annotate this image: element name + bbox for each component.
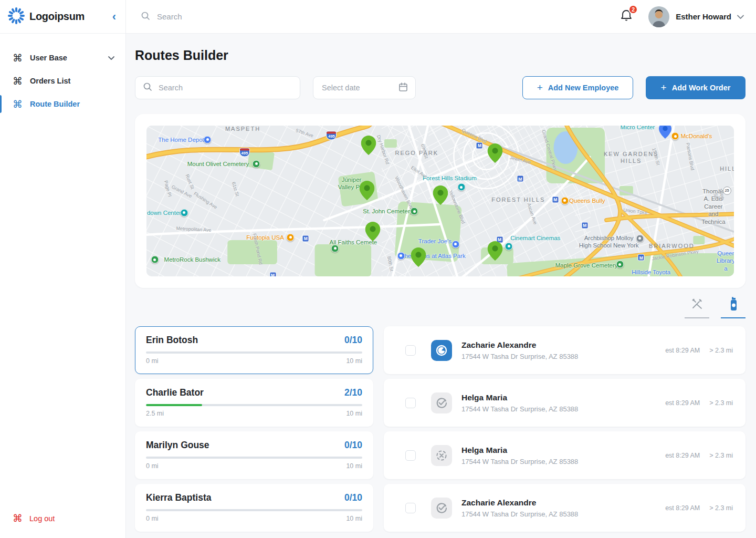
map[interactable]: MASPETHREGO PARKFOREST HILLSKEW GARDENS … <box>146 126 734 276</box>
sidebar-item-route-builder[interactable]: ⌘ Route Builder <box>0 92 125 116</box>
work-orders-column: Zacharie Alexandre 17544 W Tasha Dr Surp… <box>384 326 746 536</box>
map-pin-work-order[interactable] <box>433 185 448 207</box>
map-pin-blue[interactable] <box>659 126 671 141</box>
sidebar-item-user-base[interactable]: ⌘ User Base <box>0 46 125 69</box>
map-pin-work-order[interactable] <box>361 136 376 157</box>
sidebar-item-label: Route Builder <box>30 100 80 108</box>
poi-shopping-icon[interactable] <box>180 209 188 216</box>
poi-cinema-icon[interactable] <box>505 242 513 250</box>
poi-restaurant-icon[interactable] <box>561 196 569 204</box>
employee-card[interactable]: Marilyn Gouse0/10 0 mi10 mi <box>135 431 373 479</box>
poi-cemetery-icon[interactable] <box>253 160 260 168</box>
tools-icon <box>690 297 704 311</box>
map-pin-work-order[interactable] <box>359 181 374 202</box>
add-work-order-button[interactable]: + Add Work Order <box>646 76 746 99</box>
distance-current: 0 mi <box>146 462 159 470</box>
work-order-eta: est 8:29 AM <box>665 347 700 354</box>
employee-card[interactable]: Erin Botosh0/10 0 mi10 mi <box>135 326 373 374</box>
subway-station-icon[interactable]: M <box>581 222 588 229</box>
distance-max: 10 mi <box>346 410 362 417</box>
employee-stop-count: 2/10 <box>344 387 362 398</box>
work-order-row[interactable]: Zacharie Alexandre 17544 W Tasha Dr Surp… <box>384 326 746 374</box>
logo-row: Logoipsum ‹ <box>0 0 125 34</box>
work-order-name: Helga Maria <box>461 446 578 455</box>
list-search-input[interactable] <box>158 83 292 92</box>
poi-mall-icon[interactable] <box>397 252 405 260</box>
employees-column: Erin Botosh0/10 0 mi10 mi Charlie Bator2… <box>135 326 373 536</box>
add-new-employee-button[interactable]: + Add New Employee <box>522 76 633 99</box>
notifications-button[interactable]: 2 <box>620 9 633 25</box>
route-progress-track <box>146 351 362 354</box>
brand-logo-icon <box>7 7 25 27</box>
work-order-distance: > 2.3 mi <box>709 399 733 407</box>
sidebar-collapse-icon[interactable]: ‹ <box>112 11 116 23</box>
status-done-icon <box>431 498 452 519</box>
poi-attraction-icon[interactable] <box>287 233 295 241</box>
user-name: Esther Howard <box>676 12 731 21</box>
chevron-down-icon <box>108 54 115 62</box>
subway-station-icon[interactable]: M <box>269 272 276 276</box>
date-picker-input[interactable] <box>321 83 394 92</box>
tab-supplies[interactable] <box>721 294 746 318</box>
sidebar-item-label: Orders List <box>30 77 70 85</box>
work-order-row[interactable]: Helga Maria 17544 W Tasha Dr Surprise, A… <box>384 379 746 427</box>
poi-cemetery-icon[interactable] <box>331 244 339 252</box>
global-search <box>141 11 620 23</box>
status-done-icon <box>431 392 452 413</box>
subway-station-icon[interactable]: M <box>476 142 483 149</box>
distance-max: 10 mi <box>346 357 362 365</box>
subway-station-icon[interactable]: M <box>302 235 309 242</box>
command-icon: ⌘ <box>13 76 23 86</box>
calendar-icon[interactable] <box>398 82 408 94</box>
command-icon: ⌘ <box>13 513 23 523</box>
map-pin-work-order[interactable] <box>365 222 380 243</box>
work-order-eta: est 8:29 AM <box>665 504 700 512</box>
work-order-distance: > 2.3 mi <box>709 504 733 512</box>
poi-grocery-icon[interactable] <box>452 240 459 248</box>
route-shield-icon: 25 <box>723 187 731 195</box>
poi-home-improvement-icon[interactable] <box>204 136 212 143</box>
work-order-row[interactable]: Helga Maria 17544 W Tasha Dr Surprise, A… <box>384 431 746 479</box>
employee-name: Charlie Bator <box>146 387 204 398</box>
work-order-distance: > 2.3 mi <box>709 347 733 354</box>
map-pin-work-order[interactable] <box>411 247 426 269</box>
work-order-checkbox[interactable] <box>405 450 416 461</box>
user-menu-chevron-icon[interactable] <box>737 12 744 22</box>
employee-card[interactable]: Charlie Bator2/10 2.5 mi10 mi <box>135 379 373 427</box>
work-order-address: 17544 W Tasha Dr Surprise, AZ 85388 <box>461 405 578 413</box>
employee-card[interactable]: Kierra Baptista0/10 0 mi10 mi <box>135 484 373 532</box>
poi-stadium-icon[interactable] <box>457 183 465 191</box>
poi-cemetery-icon[interactable] <box>616 261 624 268</box>
subway-station-icon[interactable]: M <box>517 175 523 182</box>
tab-tools[interactable] <box>685 294 709 318</box>
work-order-checkbox[interactable] <box>405 503 416 513</box>
distance-current: 0 mi <box>146 357 159 365</box>
work-order-checkbox[interactable] <box>405 398 416 408</box>
add-new-employee-label: Add New Employee <box>548 84 619 92</box>
poi-cemetery-icon[interactable] <box>411 208 418 215</box>
subway-station-icon[interactable]: M <box>638 254 645 261</box>
distance-max: 10 mi <box>346 462 362 470</box>
map-card: MASPETHREGO PARKFOREST HILLSKEW GARDENS … <box>135 114 746 288</box>
sidebar-item-orders-list[interactable]: ⌘ Orders List <box>0 69 125 92</box>
lists: Erin Botosh0/10 0 mi10 mi Charlie Bator2… <box>135 326 746 536</box>
work-order-row[interactable]: Zacharie Alexandre 17544 W Tasha Dr Surp… <box>384 484 746 532</box>
command-icon: ⌘ <box>13 53 23 63</box>
subway-station-icon[interactable]: M <box>552 196 559 203</box>
poi-fast-food-icon[interactable] <box>671 132 679 140</box>
distance-max: 10 mi <box>346 515 362 522</box>
date-picker-field <box>313 76 416 99</box>
map-pin-work-order[interactable] <box>487 241 502 263</box>
map-pin-work-order[interactable] <box>487 143 502 165</box>
sidebar-nav: ⌘ User Base ⌘ Orders List ⌘ Route Builde… <box>0 34 125 116</box>
poi-school-icon[interactable] <box>636 234 644 242</box>
logout-button[interactable]: ⌘ Log out <box>13 513 55 523</box>
command-icon: ⌘ <box>13 99 23 109</box>
global-search-input[interactable] <box>156 12 313 22</box>
interstate-shield-icon: 495 <box>326 131 337 140</box>
status-in-progress-icon <box>431 340 452 361</box>
work-order-eta: est 8:29 AM <box>665 399 700 407</box>
poi-climbing-gym-icon[interactable] <box>151 256 159 264</box>
work-order-checkbox[interactable] <box>405 345 416 356</box>
avatar[interactable] <box>648 6 669 27</box>
